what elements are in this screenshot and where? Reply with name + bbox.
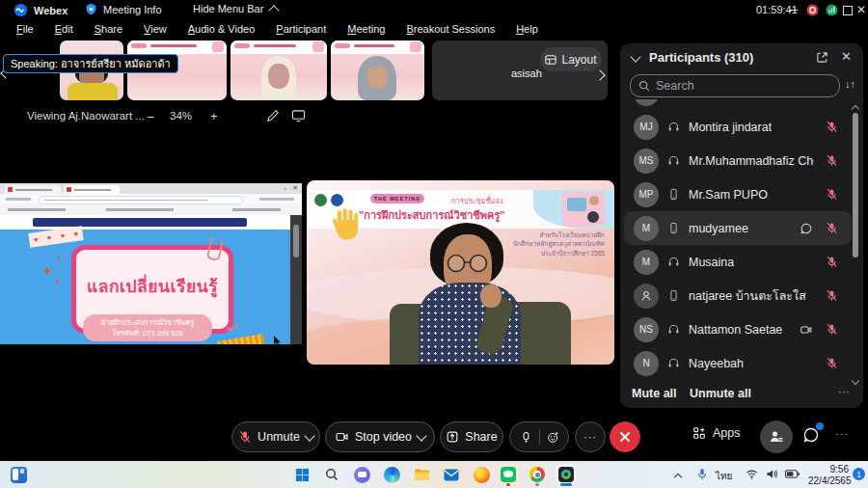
display-icon[interactable]	[291, 109, 306, 122]
menu-help[interactable]: Help	[507, 22, 547, 36]
browser-close-icon[interactable]: ✕	[292, 184, 298, 192]
apps-button[interactable]: Apps	[692, 426, 741, 440]
raised-hand	[480, 285, 502, 308]
participant-row[interactable]: MS Mr.Muhammadhafiz Chewa...	[624, 144, 852, 177]
line-button[interactable]	[498, 464, 519, 485]
participant-row[interactable]: natjaree บ้านตะโละใส	[624, 279, 852, 312]
muted-mic-icon[interactable]	[826, 222, 838, 234]
menu-participant[interactable]: Participant	[267, 22, 335, 36]
browser-tab-active[interactable]	[64, 185, 120, 194]
widgets-button[interactable]	[8, 464, 29, 485]
leave-meeting-button[interactable]	[610, 421, 640, 452]
menu-edit[interactable]: Edit	[46, 22, 82, 36]
muted-mic-icon[interactable]	[826, 121, 838, 133]
sort-icon[interactable]: ↓↑	[845, 78, 855, 90]
annotate-icon[interactable]	[266, 109, 280, 122]
active-speaker-tile[interactable]: THE MEETING การประชุมชี้แจง "การฝึกประสบ…	[307, 180, 614, 365]
battery-icon[interactable]	[785, 470, 800, 478]
layout-grid-icon	[545, 54, 556, 66]
wifi-icon[interactable]	[746, 469, 758, 479]
search-icon	[638, 80, 650, 92]
mail-button[interactable]	[441, 464, 462, 485]
participant-row[interactable]: NS Nattamon Saetae	[624, 312, 852, 346]
participant-row[interactable]: M Masteena ...	[624, 99, 852, 110]
browser-tab[interactable]	[5, 185, 61, 194]
url-field[interactable]	[39, 196, 243, 204]
participant-row[interactable]: N Nayeebah	[624, 346, 852, 380]
browser-minimize-icon[interactable]: ▫	[285, 185, 286, 192]
connection-quality-icon	[826, 4, 838, 16]
more-options-button[interactable]: ···	[575, 421, 606, 452]
mute-all-button[interactable]: Mute all	[632, 387, 677, 400]
webex-taskbar-button[interactable]	[556, 464, 577, 485]
clock[interactable]: 9:56 22/4/2565	[808, 464, 849, 487]
muted-mic-icon[interactable]	[826, 256, 838, 268]
video-thumbnail[interactable]	[231, 41, 327, 100]
chat-bubble-icon[interactable]	[800, 222, 813, 235]
title-bar: Webex Meeting Info Hide Menu Bar 01:59:4…	[0, 0, 868, 21]
hide-menu-bar-button[interactable]: Hide Menu Bar	[193, 3, 278, 14]
participant-row[interactable]: M mudyamee	[624, 211, 852, 245]
panel-scrollbar-thumb[interactable]	[853, 113, 858, 258]
search-input[interactable]: Search	[630, 74, 840, 97]
record-icon[interactable]	[513, 431, 539, 444]
pdf-scrollbar[interactable]	[290, 215, 302, 344]
language-indicator[interactable]: ไทย	[716, 469, 732, 483]
minimize-button[interactable]	[789, 10, 798, 11]
menu-view[interactable]: View	[135, 22, 176, 36]
glasses	[442, 254, 494, 273]
muted-mic-icon[interactable]	[826, 289, 838, 302]
reactions-icon[interactable]	[540, 431, 566, 444]
menu-share[interactable]: Share	[86, 22, 131, 36]
collapse-panel-button[interactable]	[632, 50, 639, 64]
search-button[interactable]	[321, 464, 342, 485]
start-button[interactable]	[291, 464, 312, 485]
camera-icon[interactable]	[800, 323, 813, 337]
muted-mic-icon[interactable]	[826, 188, 838, 201]
volume-icon[interactable]	[766, 469, 778, 479]
more-panels-button[interactable]: ···	[835, 428, 849, 440]
unmute-button[interactable]: Unmute	[231, 421, 320, 452]
participants-toggle-button[interactable]	[760, 420, 793, 453]
banner-pre-title: การประชุมชี้แจง	[451, 195, 503, 206]
menu-meeting[interactable]: Meeting	[339, 22, 393, 36]
chrome-button[interactable]	[527, 464, 548, 485]
file-explorer-button[interactable]	[411, 464, 432, 485]
video-thumbnail[interactable]	[331, 41, 424, 100]
menu-breakout-sessions[interactable]: Breakout Sessions	[397, 22, 503, 36]
hidden-icons-chevron[interactable]	[675, 472, 681, 482]
tray-mic-icon[interactable]	[696, 468, 708, 480]
maximize-button[interactable]	[843, 6, 853, 15]
edge-button[interactable]	[381, 464, 402, 485]
menu-file[interactable]: File	[8, 22, 42, 36]
menu-audio-video[interactable]: Audio & Video	[179, 22, 264, 36]
firefox-button[interactable]	[471, 464, 492, 485]
participant-row[interactable]: MP Mr.Sam PUPO	[624, 177, 852, 211]
participant-row[interactable]: M Musaina	[624, 245, 852, 279]
participant-row[interactable]: MJ Montira jindarat	[624, 110, 852, 144]
meeting-info-button[interactable]: Meeting Info	[85, 3, 162, 15]
muted-mic-icon[interactable]	[826, 357, 838, 369]
zoom-in-button[interactable]: +	[210, 109, 218, 123]
share-button[interactable]: Share	[440, 421, 503, 452]
close-window-button[interactable]: ✕	[856, 3, 866, 16]
zoom-out-button[interactable]: −	[147, 109, 154, 124]
participants-footer: Mute all Unmute all ···	[620, 381, 863, 408]
sparkle-decoration: ✦	[42, 264, 53, 279]
chat-toggle-button[interactable]	[802, 426, 820, 444]
muted-mic-icon[interactable]	[826, 154, 838, 167]
menu-bar: File Edit Share View Audio & Video Parti…	[0, 21, 868, 37]
layout-button[interactable]: Layout	[540, 47, 602, 71]
teams-chat-button[interactable]	[351, 464, 372, 485]
stop-video-button[interactable]: Stop video	[325, 421, 435, 452]
control-bar: Unmute Stop video Share ··· Apps	[0, 417, 868, 455]
browser-address-bar	[0, 194, 302, 204]
unmute-all-button[interactable]: Unmute all	[690, 387, 751, 400]
muted-mic-icon[interactable]	[826, 323, 838, 336]
footer-more-button[interactable]: ···	[838, 385, 851, 398]
shared-screen-tile: ▫ ✕ ♥♥♥♥ ✦ ✦ ✦ แลกเปลี่ยน	[0, 183, 302, 352]
notification-count-badge[interactable]: 1	[853, 468, 865, 480]
close-panel-button[interactable]: ✕	[841, 49, 852, 64]
popout-panel-icon[interactable]	[816, 51, 828, 64]
zoom-level[interactable]: 34%	[170, 110, 192, 122]
